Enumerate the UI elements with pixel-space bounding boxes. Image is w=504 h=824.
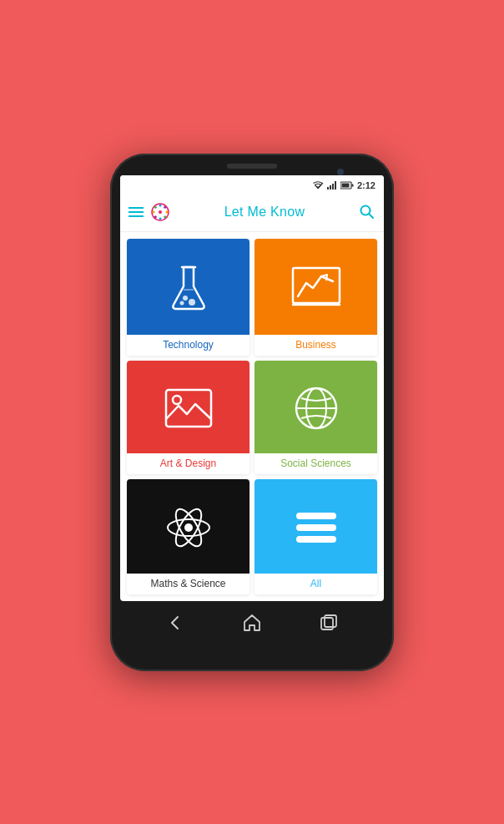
- nav-bar: [120, 601, 384, 645]
- business-icon-area: [255, 239, 377, 335]
- status-icons: 2:12: [312, 180, 375, 190]
- flask-icon: [167, 263, 210, 313]
- home-button[interactable]: [243, 614, 261, 632]
- signal-icon: [327, 181, 337, 190]
- svg-rect-39: [325, 615, 336, 627]
- app-bar: Let Me Know: [120, 194, 384, 232]
- svg-rect-35: [296, 524, 336, 531]
- svg-rect-0: [327, 187, 329, 190]
- phone-speaker: [227, 164, 277, 169]
- hamburger-menu-button[interactable]: [129, 207, 144, 217]
- category-card-maths[interactable]: Maths & Science: [127, 479, 249, 594]
- category-card-artdesign[interactable]: Art & Design: [127, 361, 249, 474]
- category-card-technology[interactable]: Technology: [127, 239, 249, 356]
- svg-rect-6: [341, 183, 349, 187]
- svg-point-14: [164, 215, 166, 218]
- svg-point-26: [173, 396, 181, 404]
- svg-point-11: [153, 211, 155, 214]
- svg-rect-25: [166, 390, 211, 427]
- list-icon: [295, 509, 338, 546]
- app-title: Let Me Know: [170, 205, 359, 220]
- svg-point-16: [164, 206, 166, 209]
- svg-point-9: [159, 205, 162, 207]
- svg-rect-2: [332, 184, 334, 190]
- svg-marker-37: [244, 615, 260, 630]
- svg-point-15: [154, 215, 157, 218]
- svg-rect-36: [296, 536, 336, 543]
- category-grid: Technology Business: [120, 232, 384, 601]
- svg-rect-23: [293, 268, 340, 303]
- category-card-all[interactable]: All: [255, 479, 377, 594]
- svg-point-30: [184, 523, 193, 532]
- status-bar: 2:12: [120, 175, 384, 194]
- atom-icon: [164, 503, 213, 552]
- svg-point-22: [179, 301, 184, 306]
- artdesign-icon-area: [127, 361, 249, 453]
- svg-rect-3: [335, 181, 336, 190]
- recent-apps-button[interactable]: [320, 614, 338, 632]
- app-logo-icon: [150, 202, 170, 222]
- svg-line-18: [370, 215, 374, 219]
- svg-point-10: [159, 218, 162, 220]
- maths-label: Maths & Science: [127, 574, 249, 594]
- phone-device: 2:12 Let Me Know: [110, 154, 394, 671]
- svg-rect-38: [321, 618, 333, 629]
- svg-point-12: [166, 211, 169, 214]
- phone-camera: [337, 169, 344, 175]
- maths-icon-area: [127, 479, 249, 574]
- phone-screen: 2:12 Let Me Know: [120, 175, 384, 601]
- all-label: All: [255, 574, 377, 594]
- artdesign-label: Art & Design: [127, 453, 249, 474]
- wifi-icon: [312, 181, 324, 190]
- image-icon: [164, 387, 214, 429]
- svg-rect-34: [296, 513, 336, 519]
- status-time: 2:12: [357, 180, 375, 190]
- social-icon-area: [255, 361, 377, 453]
- svg-point-20: [183, 296, 188, 301]
- svg-point-13: [154, 206, 157, 209]
- technology-label: Technology: [127, 335, 249, 356]
- battery-icon: [340, 181, 354, 190]
- svg-rect-1: [330, 185, 331, 190]
- globe-icon: [293, 385, 340, 432]
- back-button[interactable]: [166, 614, 184, 632]
- chart-icon: [291, 266, 341, 310]
- search-icon[interactable]: [359, 204, 375, 220]
- technology-icon-area: [127, 239, 249, 335]
- business-label: Business: [255, 335, 377, 356]
- all-icon-area: [255, 479, 377, 574]
- svg-rect-5: [351, 184, 353, 186]
- social-label: Social Sciences: [255, 453, 377, 474]
- svg-point-8: [159, 210, 162, 214]
- category-card-social[interactable]: Social Sciences: [255, 361, 377, 474]
- svg-point-21: [189, 299, 195, 306]
- category-card-business[interactable]: Business: [255, 239, 377, 356]
